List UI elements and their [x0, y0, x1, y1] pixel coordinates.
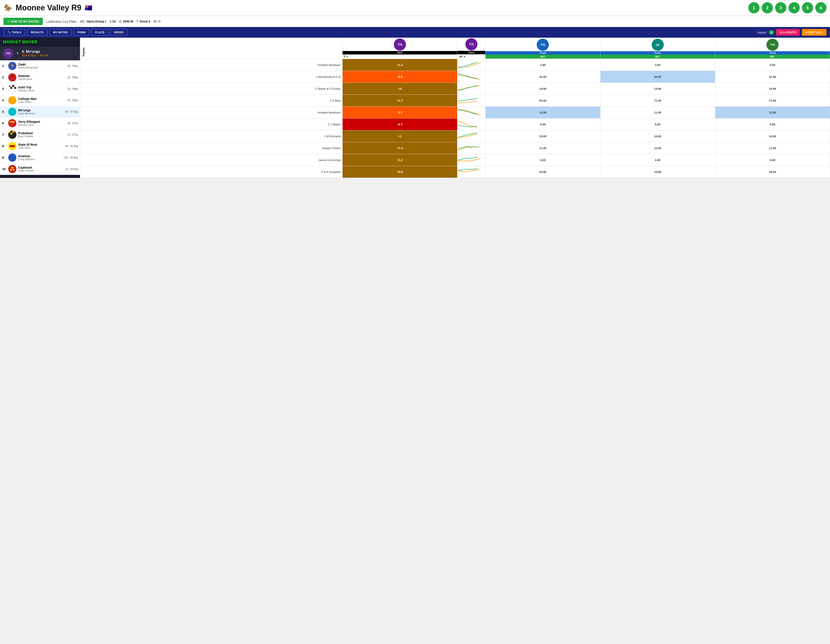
svg-rect-19	[10, 131, 12, 133]
table-row[interactable]: 1 🏇 Zaaki James Mcdonald (6) 59kg	[0, 60, 80, 72]
table-row[interactable]: 5 Mo'unga Hugh Bowman (4) 57.5kg	[0, 106, 80, 117]
table-row[interactable]: 4 Callsign Mav Luke Nolen (5) 59kg	[0, 95, 80, 106]
dropdown-arrow-icon: ▼	[16, 51, 19, 56]
price-cell: 71.00	[600, 95, 715, 106]
occ-cell: -0.5	[342, 71, 457, 83]
t-filter[interactable]: T. ▼	[342, 54, 457, 59]
fixed1-label: Fixed	[485, 51, 600, 55]
table-row[interactable]: C Maher & D Eustac+4 14.0013.0014.00	[80, 83, 830, 95]
results-button[interactable]: RESULTS	[27, 29, 48, 36]
svg-rect-25	[10, 145, 15, 147]
table-row[interactable]: Annabel Neasham-3.1 12.0011.0012.00	[80, 106, 830, 119]
race-btn-3[interactable]: 3	[775, 2, 786, 13]
price-cell: 4.00	[715, 154, 830, 166]
horse-weight: 59kg	[72, 99, 78, 102]
flucs-cell	[457, 106, 485, 119]
table-row[interactable]: 8 State Of Rest John Allen (8) 56.5kg	[0, 141, 80, 152]
flucs-cell	[457, 166, 485, 178]
mover-info: 5. Mo'unga $19 to $12 = 36.8%	[22, 50, 48, 57]
price-cell: 12.00	[485, 106, 600, 119]
speed-button[interactable]: SPEED	[110, 29, 127, 36]
horse-info: Anamoe Craig Williams	[18, 154, 62, 161]
horse-name: Verry Elleegant	[18, 120, 65, 124]
w-detail: W: O	[154, 20, 161, 23]
race-buttons-group: 1 2 3 4 5 6	[748, 2, 827, 13]
race-btn-2[interactable]: 2	[762, 2, 773, 13]
price-cell: 4.00	[600, 154, 715, 166]
header-title: Moonee Valley R9	[16, 3, 81, 12]
horse-weight: 57.5kg	[70, 110, 78, 113]
flucs-cell	[457, 119, 485, 130]
table-row[interactable]: 10 Captivant Dean Yendall (1) 49.5kg	[0, 163, 80, 175]
table-row[interactable]: J W Richards+1 15.0014.0014.00	[80, 130, 830, 142]
svg-point-13	[8, 97, 16, 104]
horse-silks	[8, 142, 16, 150]
table-row[interactable]: P & P Snowden+0.9 20.0019.0019.00	[80, 166, 830, 178]
horse-num: 1	[2, 64, 6, 68]
all-filter[interactable]: All ▼	[457, 54, 485, 59]
table-row[interactable]: James Cummings+1.2 4.204.004.00	[80, 154, 830, 166]
d-detail: D: 2040 M	[119, 20, 133, 23]
table-row[interactable]: Joseph O'brien+1.4 11.0011.0011.00	[80, 142, 830, 154]
race-btn-4[interactable]: 4	[789, 2, 800, 13]
svg-rect-8	[14, 85, 16, 87]
occ-cell: +4	[342, 83, 457, 95]
price-cell: 3.00	[715, 59, 830, 71]
horse-jockey: Daniel Moor	[18, 78, 65, 81]
horse-name: Anamoe	[18, 154, 62, 158]
svg-point-29	[10, 169, 12, 171]
race-btn-5[interactable]: 5	[802, 2, 813, 13]
svg-rect-6	[10, 85, 12, 87]
horse-weight: 59kg	[72, 64, 78, 67]
horse-info: Mo'unga Hugh Bowman	[18, 108, 63, 115]
table-row[interactable]: 9 Anamoe Craig Williams (10) 49.5kg	[0, 152, 80, 163]
table-row[interactable]: 6 Verry Elleegant Damian Lane (9) 57kg	[0, 117, 80, 129]
horse-jockey: Damien Oliver	[18, 89, 65, 92]
bet1-button[interactable]: BET	[485, 55, 600, 59]
svg-point-26	[8, 154, 16, 162]
horse-name: Mo'unga	[18, 108, 63, 112]
price-cell: 4.20	[485, 154, 600, 166]
horse-num: 4	[2, 98, 6, 102]
form-button[interactable]: FORM	[73, 29, 89, 36]
toolbar: 🔧 TOOLS RESULTS MY NOTES FORM FLUCS SPEE…	[0, 27, 830, 38]
trainer-cell: J G Bary	[80, 95, 342, 106]
horse-jockey: Craig Williams	[18, 158, 62, 161]
table-row[interactable]: Annabel Neasham+1.2 2.903.003.00	[80, 59, 830, 71]
svg-rect-22	[10, 133, 12, 135]
horse-jockey: Luke Nolen	[18, 100, 65, 103]
flucs-button[interactable]: FLUCS	[91, 29, 108, 36]
price-cell: 14.00	[715, 130, 830, 142]
trainer-cell: C J Waller	[80, 119, 342, 130]
bet3-button[interactable]: BET	[715, 55, 830, 59]
trainer-cell: Annabel Neasham	[80, 59, 342, 71]
horse-num: 7	[2, 133, 6, 136]
fixed1-col-header: T/S Fixed BET	[485, 38, 600, 59]
table-row[interactable]: C J Waller-6.7 5.005.505.00	[80, 119, 830, 130]
table-row[interactable]: 7 Probabeel Brett Prebble (7)	[0, 129, 80, 141]
price-cell: 3.00	[600, 59, 715, 71]
race-btn-6[interactable]: 6	[815, 2, 827, 13]
table-row[interactable]: 2 Dalasan Daniel Moor (3) 59kg	[0, 72, 80, 83]
flucs-cell	[457, 59, 485, 71]
svg-point-28	[11, 167, 13, 169]
my-notes-button[interactable]: MY NOTES	[49, 29, 72, 36]
data-table: Trainer T/S OCC T. ▼ T/S Flucs All ▼	[80, 38, 830, 178]
horse-name: Gold Trip	[18, 86, 65, 89]
horse-weight: 57kg	[72, 122, 78, 125]
add-races-button[interactable]: ✓ ADD TO MY RACES	[3, 18, 43, 25]
layout-label: Layout:	[757, 31, 767, 34]
table-row[interactable]: L Macdonald & A Gl-0.5 41.0046.0041.00	[80, 71, 830, 83]
race-btn-1[interactable]: 1	[748, 2, 760, 13]
horse-weight: 59kg	[72, 87, 78, 90]
occ-cell: +1.4	[342, 142, 457, 154]
horse-draw: (3)	[67, 76, 70, 79]
horse-info: Dalasan Daniel Moor	[18, 74, 65, 81]
layouts-button[interactable]: 🗂 LAYOUTS	[776, 29, 800, 36]
table-row[interactable]: J G Bary+1.7 81.0071.0071.00	[80, 95, 830, 106]
edit-layout-button[interactable]: ✏ EDIT LAY...	[802, 29, 827, 36]
right-panel: Trainer T/S OCC T. ▼ T/S Flucs All ▼	[80, 38, 830, 178]
tools-button[interactable]: 🔧 TOOLS	[3, 29, 25, 36]
table-row[interactable]: 3 Gold Trip Da	[0, 83, 80, 95]
bet2-button[interactable]: BET	[600, 55, 715, 59]
